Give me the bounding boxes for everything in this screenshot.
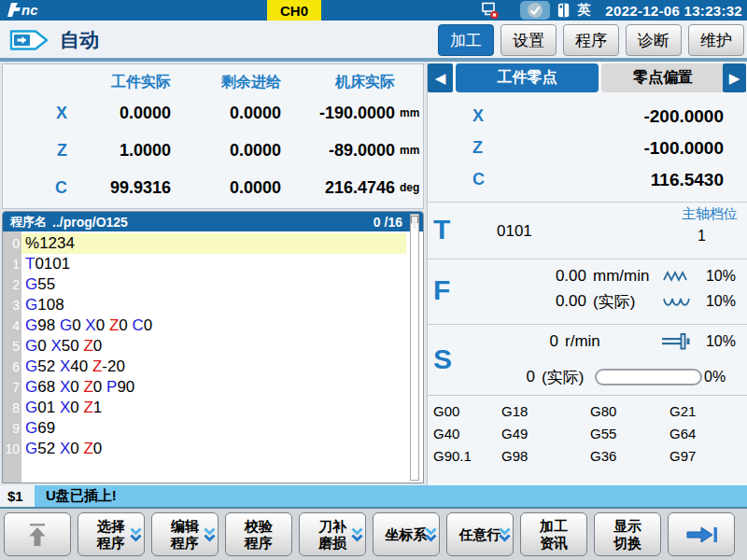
offset-value: -100.0000 xyxy=(643,138,724,159)
softkey-display-switch[interactable]: 显示切换 xyxy=(594,512,661,556)
chevron-down-icon xyxy=(204,526,216,542)
gcode-modal-value: G64 xyxy=(669,426,747,441)
line-text: G0 X50 Z0 xyxy=(21,336,406,357)
softkey-tool-comp-wear[interactable]: 刀补磨损 xyxy=(299,512,366,556)
axis-unit: deg xyxy=(395,169,423,206)
language-indicator[interactable]: 英 xyxy=(577,2,590,19)
program-scrollbar[interactable] xyxy=(410,214,419,481)
softkey-label: 任意行 xyxy=(459,526,501,542)
cnc-screen: nc CH0 xyxy=(0,0,747,560)
program-line[interactable]: 1T0101 xyxy=(3,254,423,274)
axes-panel: 工件实际剩余进给机床实际X0.00000.0000-190.0000mmZ1.0… xyxy=(2,63,424,209)
scrollbar-thumb[interactable] xyxy=(411,216,418,228)
program-header: 程序名 ../prog/O125 0 /16 xyxy=(3,212,423,231)
line-number: 1 xyxy=(3,257,21,272)
feed-section: F 0.00 mm/min 10% 0.00 (实际) xyxy=(428,259,747,325)
offset-axis-label: C xyxy=(472,170,485,189)
softkey-bar: 选择程序编辑程序校验程序刀补磨损坐标系任意行加工资讯显示切换 xyxy=(0,507,747,560)
spindle-speed-unit: r/min xyxy=(558,332,655,351)
headerbar: 自动 加工设置程序诊断维护 xyxy=(0,21,747,58)
line-text: G01 X0 Z1 xyxy=(21,398,406,418)
program-line[interactable]: 9G69 xyxy=(3,418,423,439)
line-text: G98 G0 X0 Z0 C0 xyxy=(21,315,406,336)
status-ok-icon xyxy=(520,1,550,20)
feed-override-icon xyxy=(655,295,698,308)
line-number: 4 xyxy=(3,318,21,333)
line-number: 7 xyxy=(3,380,21,395)
line-text: G108 xyxy=(21,295,406,315)
tab-diagnosis[interactable]: 诊断 xyxy=(626,24,682,56)
gcode-modal-value: G98 xyxy=(501,448,590,464)
program-line[interactable]: 0%1234 xyxy=(3,233,423,254)
axes-column-header: 工件实际 xyxy=(80,70,171,94)
softkey-edit-program[interactable]: 编辑程序 xyxy=(151,512,218,556)
gcode-modal-value: G90.1 xyxy=(433,448,501,464)
gcode-grid: G00G18G80G21G40G49G55G64G90.1G98G36G97 xyxy=(428,396,747,464)
spindle-load-bar xyxy=(595,369,704,385)
softkey-arbitrary-line[interactable]: 任意行 xyxy=(446,512,514,556)
program-line[interactable]: 6G52 X40 Z-20 xyxy=(3,357,423,377)
line-number: 6 xyxy=(3,359,21,374)
softkey-label: 编辑程序 xyxy=(171,518,199,551)
program-line[interactable]: 5G0 X50 Z0 xyxy=(3,336,423,357)
tab-machining[interactable]: 加工 xyxy=(438,24,494,56)
program-line[interactable]: 3G108 xyxy=(3,295,423,315)
offset-tabs-prev-button[interactable]: ◀ xyxy=(428,63,453,92)
program-line[interactable]: 2G55 xyxy=(3,274,423,295)
axis-label: X xyxy=(3,94,80,132)
softkey-next[interactable] xyxy=(668,512,735,556)
softkey-select-program[interactable]: 选择程序 xyxy=(78,512,145,556)
axis-machine-value: 216.4746 xyxy=(281,169,395,206)
softkey-verify-program[interactable]: 校验程序 xyxy=(225,512,292,556)
gcode-modal-value: G55 xyxy=(590,426,669,441)
axes-table: 工件实际剩余进给机床实际X0.00000.0000-190.0000mmZ1.0… xyxy=(3,64,423,206)
tab-work-zero[interactable]: 工件零点 xyxy=(456,63,599,92)
chevron-down-icon xyxy=(499,526,511,542)
axis-machine-value: -89.0000 xyxy=(281,132,395,169)
line-number: 3 xyxy=(3,298,21,313)
feed-actual-label: (实际) xyxy=(586,291,655,313)
softkey-back[interactable] xyxy=(4,512,71,556)
auto-mode-icon xyxy=(9,29,50,55)
program-line[interactable]: 8G01 X0 Z1 xyxy=(3,398,423,418)
gcode-modal-value: G36 xyxy=(590,448,669,464)
line-number: 2 xyxy=(3,277,21,292)
feed-set-value: 0.00 xyxy=(428,267,586,286)
axis-unit: mm xyxy=(395,132,423,169)
softkey-machining-info[interactable]: 加工资讯 xyxy=(520,512,587,556)
chevron-down-icon xyxy=(351,526,363,542)
offset-value: 116.5430 xyxy=(651,170,724,190)
tab-program[interactable]: 程序 xyxy=(563,24,619,56)
status-bar: $1 U盘已插上! xyxy=(0,485,747,507)
tool-number: 0101 xyxy=(497,222,532,241)
line-number: 5 xyxy=(3,339,21,354)
line-text: G68 X0 Z0 P90 xyxy=(21,377,406,398)
gcode-modal-value: G49 xyxy=(501,426,590,441)
mode-label: 自动 xyxy=(60,27,99,53)
feed-actual-value: 0.00 xyxy=(428,292,586,311)
tab-zero-offset[interactable]: 零点偏置 xyxy=(601,63,725,92)
program-line[interactable]: 4G98 G0 X0 Z0 C0 xyxy=(3,315,423,336)
header-tabs: 加工设置程序诊断维护 xyxy=(438,24,744,56)
spindle-actual-value: 0 xyxy=(428,368,535,386)
spindle-gear-value: 1 xyxy=(698,228,706,245)
axis-remaining-value: 0.0000 xyxy=(171,94,281,132)
offset-rows: X-200.0000Z-100.0000C116.5430 xyxy=(428,103,747,198)
offset-value: -200.0000 xyxy=(643,106,724,127)
topbar: nc CH0 xyxy=(0,0,747,21)
program-line[interactable]: 7G68 X0 Z0 P90 xyxy=(3,377,423,398)
line-text: G52 X40 Z-20 xyxy=(21,357,406,377)
program-line[interactable]: 10G52 X0 Z0 xyxy=(3,439,423,459)
feed-override-value: 10% xyxy=(698,293,736,310)
axis-machine-value: -190.0000 xyxy=(281,94,395,132)
gcode-modal-value: G18 xyxy=(501,403,590,419)
line-text: G69 xyxy=(21,418,406,439)
softkey-label: 刀补磨损 xyxy=(318,518,346,551)
gcode-modal-value: G80 xyxy=(590,403,669,419)
tab-settings[interactable]: 设置 xyxy=(500,24,557,56)
status-message: U盘已插上! xyxy=(35,485,747,507)
network-disconnected-icon xyxy=(481,2,500,20)
tab-maintenance[interactable]: 维护 xyxy=(688,24,744,56)
softkey-coordinate-system[interactable]: 坐标系 xyxy=(373,512,440,556)
offset-tabs-next-button[interactable]: ▶ xyxy=(723,63,746,92)
